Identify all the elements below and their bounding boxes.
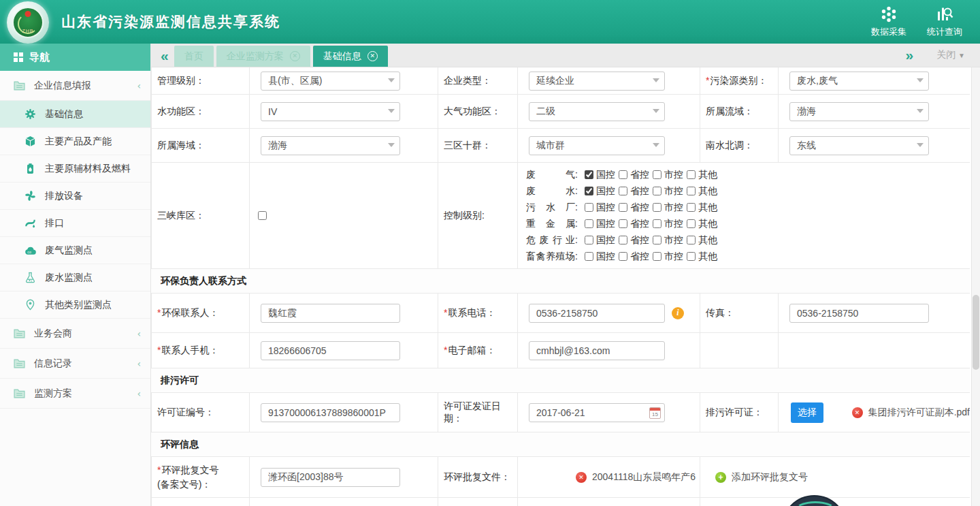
tabs-scroll-right-icon[interactable]: » [906, 48, 914, 62]
sidebar-group-business-consultation[interactable]: 业务会商 ‹ [0, 319, 150, 349]
info-icon[interactable]: i [672, 307, 684, 319]
control-checkbox-废气-市控[interactable]: 市控 [653, 169, 687, 181]
data-collection-button[interactable]: 数据采集 [871, 5, 906, 38]
sidebar-item-waste-gas-points[interactable]: co 废气监测点 [0, 237, 150, 264]
sidebar-item-other-points[interactable]: 其他类别监测点 [0, 291, 150, 319]
close-tab-icon[interactable]: ✕ [290, 51, 300, 61]
field-label: *环评批复文号 (备案文号)： [157, 463, 218, 492]
close-tabs-menu[interactable]: 关闭 ▼ [936, 49, 965, 61]
tab-bar: « 首页 企业监测方案 ✕ 基础信息 ✕ » 关闭 ▼ [151, 44, 980, 67]
mgmt-level-select[interactable]: 县(市、区属) [261, 72, 400, 91]
checkbox-label: 其他 [698, 251, 717, 263]
email-input[interactable]: cmhbjl@163.com [529, 341, 665, 360]
delete-file-icon[interactable]: ✕ [852, 407, 863, 418]
checkbox-label: 国控 [596, 234, 615, 247]
basin-select[interactable]: 渤海 [789, 102, 929, 121]
pollution-source-type-select[interactable]: 废水,废气 [789, 72, 929, 91]
contact-mobile-input[interactable]: 18266606705 [261, 341, 400, 360]
eia-file-name[interactable]: 20041118山东晨鸣年产6 [592, 471, 696, 484]
control-checkbox-废水-市控[interactable]: 市控 [653, 185, 687, 197]
permit-file-name[interactable]: 集团排污许可证副本.pdf [868, 407, 970, 419]
chevron-down-icon [388, 143, 395, 147]
chevron-collapse-icon[interactable]: ‹ [137, 358, 141, 369]
calendar-icon[interactable]: 15 [649, 407, 661, 419]
chevron-collapse-icon[interactable]: ‹ [137, 80, 141, 91]
tab-home[interactable]: 首页 [174, 46, 214, 67]
control-row: 危废行业:国控省控市控其他 [526, 232, 721, 248]
control-checkbox-污水厂-国控[interactable]: 国控 [585, 202, 619, 214]
air-function-zone-select[interactable]: 二级 [529, 102, 665, 121]
tabs-scroll-left-icon[interactable]: « [161, 48, 169, 63]
vertical-scrollbar[interactable] [971, 67, 980, 506]
control-checkbox-畜禽养殖场-市控[interactable]: 市控 [653, 251, 687, 263]
select-file-button[interactable]: 选择 [791, 402, 823, 423]
statistics-query-button[interactable]: 统计查询 [927, 5, 962, 38]
chevron-collapse-icon[interactable]: ‹ [137, 388, 141, 399]
control-checkbox-重金属-国控[interactable]: 国控 [585, 218, 619, 230]
control-checkbox-重金属-市控[interactable]: 市控 [653, 218, 687, 230]
eia-doc-number-input[interactable]: 潍环函[2003]88号 [261, 468, 400, 487]
control-checkbox-废气-其他[interactable]: 其他 [687, 169, 721, 181]
control-checkbox-畜禽养殖场-国控[interactable]: 国控 [585, 251, 619, 263]
contact-person-input[interactable]: 魏红霞 [261, 304, 400, 323]
sidebar-group-monitoring-plan[interactable]: 监测方案 ‹ [0, 379, 150, 409]
chevron-down-icon [653, 143, 659, 147]
field-label: 许可证发证日期： [444, 400, 517, 425]
enterprise-type-select[interactable]: 延续企业 [529, 72, 665, 91]
sidebar-item-emission-equipment[interactable]: 排放设备 [0, 183, 150, 210]
field-label: 水功能区： [157, 106, 205, 118]
contact-phone-input[interactable]: 0536-2158750 [529, 304, 665, 323]
control-row: 废水:国控省控市控其他 [526, 183, 721, 199]
control-checkbox-废水-其他[interactable]: 其他 [687, 185, 721, 197]
control-checkbox-废水-省控[interactable]: 省控 [619, 185, 653, 197]
sidebar-group-info-records[interactable]: 信息记录 ‹ [0, 349, 150, 379]
control-checkbox-重金属-省控[interactable]: 省控 [619, 218, 653, 230]
field-label: *联系人手机： [157, 345, 218, 357]
delete-file-icon[interactable]: ✕ [576, 472, 587, 483]
control-checkbox-危废行业-市控[interactable]: 市控 [653, 234, 687, 247]
control-checkbox-废气-省控[interactable]: 省控 [619, 169, 653, 181]
sidebar-item-products[interactable]: 主要产品及产能 [0, 128, 150, 155]
add-eia-doc-link[interactable]: 添加环评批复文号 [732, 471, 808, 484]
three-gorges-checkbox[interactable] [258, 211, 267, 220]
control-checkbox-畜禽养殖场-省控[interactable]: 省控 [619, 251, 653, 263]
control-checkbox-污水厂-省控[interactable]: 省控 [619, 202, 653, 214]
partial-row [151, 498, 970, 506]
control-checkbox-畜禽养殖场-其他[interactable]: 其他 [687, 251, 721, 263]
water-diversion-select[interactable]: 东线 [789, 136, 929, 155]
tab-enterprise-monitoring-plan[interactable]: 企业监测方案 ✕ [216, 46, 310, 67]
gas-cloud-icon: co [24, 244, 36, 256]
sidebar-item-outlets[interactable]: 排口 [0, 210, 150, 237]
add-icon[interactable]: + [715, 472, 726, 483]
scrollbar-thumb[interactable] [973, 295, 979, 370]
sidebar-nav-header: 导航 [0, 44, 150, 71]
checkbox-label: 其他 [698, 234, 717, 247]
permit-date-input[interactable]: 2017-06-21 15 [529, 403, 665, 422]
control-checkbox-污水厂-市控[interactable]: 市控 [653, 202, 687, 214]
sidebar-item-wastewater-points[interactable]: 废水监测点 [0, 264, 150, 291]
control-checkbox-污水厂-其他[interactable]: 其他 [687, 202, 721, 214]
checkbox-label: 省控 [630, 169, 649, 181]
chevron-collapse-icon[interactable]: ‹ [137, 328, 141, 339]
control-checkbox-危废行业-国控[interactable]: 国控 [585, 234, 619, 247]
control-checkbox-重金属-其他[interactable]: 其他 [687, 218, 721, 230]
checkbox-label: 国控 [596, 169, 615, 181]
control-checkbox-危废行业-其他[interactable]: 其他 [687, 234, 721, 247]
sidebar-item-basic-info[interactable]: 基础信息 [0, 101, 150, 128]
control-checkbox-危废行业-省控[interactable]: 省控 [619, 234, 653, 247]
sidebar-group-enterprise-info[interactable]: 企业信息填报 ‹ [0, 71, 150, 101]
tab-basic-info[interactable]: 基础信息 ✕ [313, 46, 388, 67]
control-checkbox-废气-国控[interactable]: 国控 [585, 169, 619, 181]
city-cluster-select[interactable]: 城市群 [529, 136, 665, 155]
control-row: 废气:国控省控市控其他 [526, 167, 721, 183]
permit-number-input[interactable]: 913700006137889860001P [261, 403, 400, 422]
control-checkbox-废水-国控[interactable]: 国控 [585, 185, 619, 197]
checkbox-label: 国控 [596, 185, 615, 197]
field-label: 所属流域： [706, 106, 753, 118]
close-tab-icon[interactable]: ✕ [368, 51, 378, 61]
sea-area-select[interactable]: 渤海 [261, 136, 400, 155]
sidebar-item-raw-materials[interactable]: 主要原辅材料及燃料 [0, 155, 150, 183]
water-function-zone-select[interactable]: IV [261, 102, 400, 121]
folder-icon [14, 328, 25, 339]
fax-input[interactable]: 0536-2158750 [789, 304, 929, 323]
